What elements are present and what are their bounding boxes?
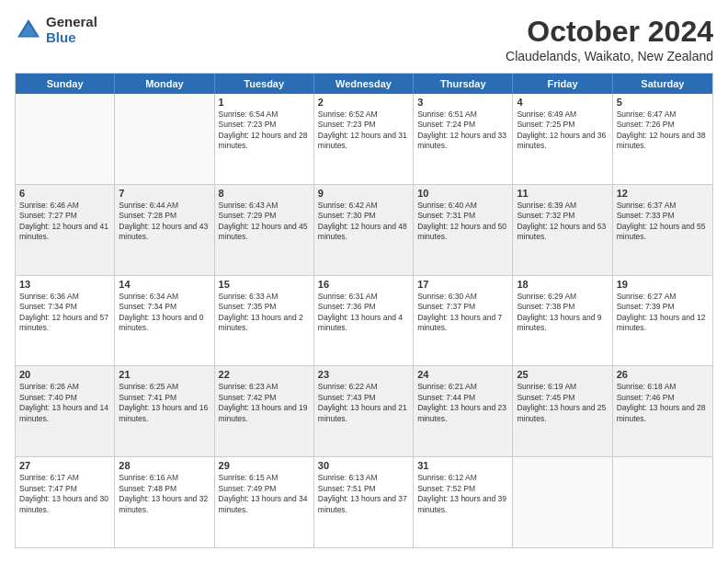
day-cell-5: 5Sunrise: 6:47 AMSunset: 7:26 PMDaylight… [613,94,712,184]
day-cell-26: 26Sunrise: 6:18 AMSunset: 7:46 PMDayligh… [613,366,712,456]
day-cell-6: 6Sunrise: 6:46 AMSunset: 7:27 PMDaylight… [16,185,115,275]
day-cell-15: 15Sunrise: 6:33 AMSunset: 7:35 PMDayligh… [215,276,314,366]
day-info: Sunrise: 6:22 AMSunset: 7:43 PMDaylight:… [318,382,409,424]
day-number: 8 [219,188,310,199]
header: General Blue October 2024 Claudelands, W… [15,15,713,63]
day-number: 10 [417,188,508,199]
day-info: Sunrise: 6:16 AMSunset: 7:48 PMDaylight:… [119,473,210,515]
day-number: 2 [318,97,409,108]
header-day-wednesday: Wednesday [314,74,414,94]
day-info: Sunrise: 6:52 AMSunset: 7:23 PMDaylight:… [318,109,409,152]
day-info: Sunrise: 6:19 AMSunset: 7:45 PMDaylight:… [517,382,608,424]
day-info: Sunrise: 6:12 AMSunset: 7:52 PMDaylight:… [417,473,508,515]
day-info: Sunrise: 6:31 AMSunset: 7:36 PMDaylight:… [318,292,409,334]
day-number: 18 [517,279,608,290]
day-number: 3 [417,97,508,108]
day-cell-11: 11Sunrise: 6:39 AMSunset: 7:32 PMDayligh… [513,185,612,275]
calendar-body: 1Sunrise: 6:54 AMSunset: 7:23 PMDaylight… [16,94,712,547]
day-cell-10: 10Sunrise: 6:40 AMSunset: 7:31 PMDayligh… [414,185,513,275]
day-info: Sunrise: 6:42 AMSunset: 7:30 PMDaylight:… [318,201,409,243]
day-number: 7 [119,188,210,199]
day-info: Sunrise: 6:40 AMSunset: 7:31 PMDaylight:… [417,201,508,243]
header-day-friday: Friday [513,74,612,94]
calendar-week-4: 20Sunrise: 6:26 AMSunset: 7:40 PMDayligh… [16,366,712,457]
day-info: Sunrise: 6:13 AMSunset: 7:51 PMDaylight:… [318,473,409,515]
header-day-monday: Monday [115,74,214,94]
day-info: Sunrise: 6:26 AMSunset: 7:40 PMDaylight:… [19,382,110,424]
day-number: 13 [19,279,110,290]
day-cell-30: 30Sunrise: 6:13 AMSunset: 7:51 PMDayligh… [314,457,414,547]
day-info: Sunrise: 6:29 AMSunset: 7:38 PMDaylight:… [517,292,608,334]
day-info: Sunrise: 6:30 AMSunset: 7:37 PMDaylight:… [417,292,508,334]
day-info: Sunrise: 6:39 AMSunset: 7:32 PMDaylight:… [517,201,608,243]
day-number: 17 [417,279,508,290]
day-info: Sunrise: 6:23 AMSunset: 7:42 PMDaylight:… [219,382,310,424]
day-info: Sunrise: 6:15 AMSunset: 7:49 PMDaylight:… [219,473,310,515]
day-number: 9 [318,188,409,199]
title-block: October 2024 Claudelands, Waikato, New Z… [506,15,713,63]
day-cell-7: 7Sunrise: 6:44 AMSunset: 7:28 PMDaylight… [115,185,214,275]
day-cell-24: 24Sunrise: 6:21 AMSunset: 7:44 PMDayligh… [414,366,513,456]
empty-cell [115,94,214,184]
day-cell-25: 25Sunrise: 6:19 AMSunset: 7:45 PMDayligh… [513,366,612,456]
day-number: 31 [417,460,508,471]
day-number: 19 [617,279,709,290]
day-number: 30 [318,460,409,471]
calendar: SundayMondayTuesdayWednesdayThursdayFrid… [15,73,713,548]
calendar-week-2: 6Sunrise: 6:46 AMSunset: 7:27 PMDaylight… [16,185,712,276]
day-cell-18: 18Sunrise: 6:29 AMSunset: 7:38 PMDayligh… [513,276,612,366]
day-number: 24 [417,369,508,380]
logo-text: General Blue [46,15,97,45]
day-info: Sunrise: 6:37 AMSunset: 7:33 PMDaylight:… [617,201,709,243]
day-cell-31: 31Sunrise: 6:12 AMSunset: 7:52 PMDayligh… [414,457,513,547]
header-day-saturday: Saturday [613,74,712,94]
logo-icon [15,17,42,44]
day-cell-29: 29Sunrise: 6:15 AMSunset: 7:49 PMDayligh… [215,457,314,547]
day-cell-13: 13Sunrise: 6:36 AMSunset: 7:34 PMDayligh… [16,276,115,366]
day-number: 28 [119,460,210,471]
day-info: Sunrise: 6:36 AMSunset: 7:34 PMDaylight:… [19,292,110,334]
day-info: Sunrise: 6:33 AMSunset: 7:35 PMDaylight:… [219,292,310,334]
day-number: 22 [219,369,310,380]
empty-cell [16,94,115,184]
day-info: Sunrise: 6:18 AMSunset: 7:46 PMDaylight:… [617,382,709,424]
day-cell-22: 22Sunrise: 6:23 AMSunset: 7:42 PMDayligh… [215,366,314,456]
main-title: October 2024 [506,15,713,49]
day-number: 29 [219,460,310,471]
day-info: Sunrise: 6:43 AMSunset: 7:29 PMDaylight:… [219,201,310,243]
day-number: 4 [517,97,608,108]
day-cell-20: 20Sunrise: 6:26 AMSunset: 7:40 PMDayligh… [16,366,115,456]
header-day-thursday: Thursday [414,74,513,94]
page: General Blue October 2024 Claudelands, W… [0,0,728,563]
day-cell-4: 4Sunrise: 6:49 AMSunset: 7:25 PMDaylight… [513,94,612,184]
day-number: 14 [119,279,210,290]
day-cell-21: 21Sunrise: 6:25 AMSunset: 7:41 PMDayligh… [115,366,214,456]
day-number: 1 [219,97,310,108]
day-number: 21 [119,369,210,380]
day-number: 6 [19,188,110,199]
day-info: Sunrise: 6:21 AMSunset: 7:44 PMDaylight:… [417,382,508,424]
day-cell-14: 14Sunrise: 6:34 AMSunset: 7:34 PMDayligh… [115,276,214,366]
day-number: 26 [617,369,709,380]
day-cell-2: 2Sunrise: 6:52 AMSunset: 7:23 PMDaylight… [314,94,414,184]
calendar-week-3: 13Sunrise: 6:36 AMSunset: 7:34 PMDayligh… [16,276,712,367]
day-cell-9: 9Sunrise: 6:42 AMSunset: 7:30 PMDaylight… [314,185,414,275]
day-info: Sunrise: 6:47 AMSunset: 7:26 PMDaylight:… [617,109,709,152]
day-info: Sunrise: 6:51 AMSunset: 7:24 PMDaylight:… [417,109,508,152]
day-number: 27 [19,460,110,471]
day-info: Sunrise: 6:49 AMSunset: 7:25 PMDaylight:… [517,109,608,152]
day-number: 25 [517,369,608,380]
day-info: Sunrise: 6:46 AMSunset: 7:27 PMDaylight:… [19,201,110,243]
day-number: 12 [617,188,709,199]
logo: General Blue [15,15,97,45]
day-cell-28: 28Sunrise: 6:16 AMSunset: 7:48 PMDayligh… [115,457,214,547]
day-number: 11 [517,188,608,199]
day-cell-1: 1Sunrise: 6:54 AMSunset: 7:23 PMDaylight… [215,94,314,184]
calendar-week-1: 1Sunrise: 6:54 AMSunset: 7:23 PMDaylight… [16,94,712,185]
day-cell-12: 12Sunrise: 6:37 AMSunset: 7:33 PMDayligh… [613,185,712,275]
day-number: 23 [318,369,409,380]
empty-cell [513,457,612,547]
header-day-tuesday: Tuesday [215,74,314,94]
logo-general: General [46,15,97,30]
day-info: Sunrise: 6:25 AMSunset: 7:41 PMDaylight:… [119,382,210,424]
